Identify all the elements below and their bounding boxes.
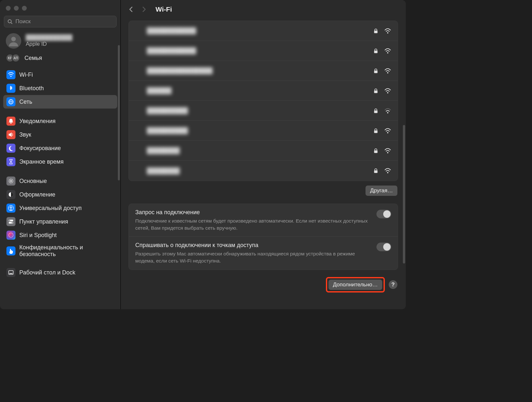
network-row[interactable]: ████████ — [129, 141, 398, 161]
network-row[interactable]: ████████████ — [129, 21, 398, 41]
sidebar-item-focus[interactable]: Фокусирование — [3, 141, 117, 155]
lock-icon — [373, 68, 378, 74]
account-row[interactable]: ████████████ Apple ID — [0, 31, 120, 52]
sidebar-item-label: Siri и Spotlight — [19, 232, 57, 239]
option-desc: Подключение к известным сетям будет прои… — [135, 217, 371, 231]
sidebar-item-desktop[interactable]: Рабочий стол и Dock — [3, 266, 117, 279]
family-label: Семья — [24, 55, 42, 62]
network-row[interactable]: ██████████ — [129, 121, 398, 141]
window-controls — [0, 3, 120, 14]
minimize-button[interactable] — [14, 6, 19, 11]
sidebar-item-privacy[interactable]: Конфиденциальность и безопасность — [3, 242, 117, 260]
speaker-icon — [6, 130, 15, 139]
option-ask-to-join: Запрос на подключение Подключение к изве… — [129, 204, 398, 237]
sidebar-item-label: Фокусирование — [19, 145, 61, 152]
close-button[interactable] — [6, 6, 11, 11]
bluetooth-icon — [6, 84, 15, 93]
moon-icon — [6, 144, 15, 153]
account-sub: Apple ID — [26, 41, 72, 47]
appearance-icon — [6, 190, 15, 199]
lock-icon — [373, 108, 378, 114]
network-name: ████████ — [147, 147, 373, 154]
account-name: ████████████ — [26, 34, 72, 41]
wifi-signal-icon — [384, 168, 391, 174]
content-scrollbar[interactable] — [403, 125, 405, 263]
sidebar-item-sound[interactable]: Звук — [3, 128, 117, 141]
options-panel: Запрос на подключение Подключение к изве… — [128, 204, 398, 270]
wifi-signal-icon — [384, 108, 391, 114]
network-row[interactable]: ████████████ — [129, 41, 398, 61]
option-title: Запрос на подключение — [135, 209, 371, 216]
lock-icon — [373, 128, 378, 134]
sidebar-item-network[interactable]: Сеть — [3, 95, 117, 109]
gear-icon — [6, 177, 15, 186]
network-row[interactable]: ██████████ — [129, 101, 398, 121]
other-network-button[interactable]: Другая… — [366, 186, 397, 196]
main-panel: Wi-Fi ████████████ ████████████ ████████… — [121, 0, 406, 309]
network-name: ██████ — [147, 87, 373, 94]
family-badge: АП — [12, 54, 20, 62]
sidebar-item-siri[interactable]: Siri и Spotlight — [3, 228, 117, 242]
content: ████████████ ████████████ ██████████████… — [121, 19, 406, 309]
sidebar-item-label: Сеть — [19, 99, 32, 105]
lock-icon — [373, 28, 378, 34]
family-badges: КР АП — [6, 54, 20, 62]
accessibility-icon — [6, 204, 15, 213]
sidebar-item-label: Bluetooth — [19, 85, 44, 92]
wifi-signal-icon — [384, 68, 391, 74]
toggle-ask-to-join[interactable] — [376, 210, 391, 218]
back-button[interactable] — [127, 5, 136, 14]
sidebar-scrollbar[interactable] — [118, 45, 120, 180]
network-name: ██████████ — [147, 127, 373, 134]
network-row[interactable]: ██████ — [129, 81, 398, 101]
sidebar-item-wifi[interactable]: Wi-Fi — [3, 68, 117, 81]
help-button[interactable]: ? — [389, 280, 397, 289]
wifi-signal-icon — [384, 28, 391, 34]
option-title: Спрашивать о подключении к точкам доступ… — [135, 242, 371, 249]
siri-icon — [6, 231, 15, 240]
network-name: ████████████ — [147, 27, 373, 34]
advanced-button[interactable]: Дополнительно… — [328, 280, 382, 290]
sidebar-item-label: Пункт управления — [19, 218, 68, 225]
lock-icon — [373, 88, 378, 94]
sidebar-item-appearance[interactable]: Оформление — [3, 188, 117, 201]
hourglass-icon — [6, 157, 15, 166]
sidebar-item-label: Рабочий стол и Dock — [19, 269, 75, 276]
network-row[interactable]: ████████████████ — [129, 61, 398, 81]
sidebar-item-bluetooth[interactable]: Bluetooth — [3, 81, 117, 95]
sidebar-item-notifications[interactable]: Уведомления — [3, 114, 117, 128]
page-title: Wi-Fi — [156, 5, 172, 13]
search-input[interactable]: Поиск — [4, 16, 117, 27]
option-desc: Разрешить этому Mac автоматически обнару… — [135, 250, 371, 264]
sidebar-nav: Wi-Fi Bluetooth Сеть Уведомления Звук Фо… — [0, 68, 120, 285]
zoom-button[interactable] — [22, 6, 27, 11]
chevron-left-icon — [128, 6, 134, 13]
sidebar-item-controlcenter[interactable]: Пункт управления — [3, 215, 117, 228]
networks-panel: ████████████ ████████████ ██████████████… — [128, 21, 398, 181]
avatar — [6, 33, 21, 49]
sidebar-item-label: Wi-Fi — [19, 72, 33, 78]
network-row[interactable]: ████████ — [129, 161, 398, 181]
network-name: ████████ — [147, 168, 373, 174]
wifi-signal-icon — [384, 88, 391, 94]
sidebar-item-accessibility[interactable]: Универсальный доступ — [3, 201, 117, 215]
sidebar: Поиск ████████████ Apple ID КР АП Семья … — [0, 0, 121, 309]
person-icon — [8, 35, 19, 46]
lock-icon — [373, 168, 378, 174]
search-icon — [7, 19, 13, 24]
sidebar-item-label: Основные — [19, 178, 47, 185]
sidebar-item-screentime[interactable]: Экранное время — [3, 155, 117, 168]
family-row[interactable]: КР АП Семья — [0, 52, 120, 68]
sidebar-item-general[interactable]: Основные — [3, 174, 117, 188]
switches-icon — [6, 217, 15, 226]
advanced-highlight: Дополнительно… — [326, 277, 385, 292]
lock-icon — [373, 48, 378, 54]
bell-icon — [6, 117, 15, 126]
header: Wi-Fi — [121, 0, 406, 19]
lock-icon — [373, 148, 378, 154]
forward-button[interactable] — [139, 5, 148, 14]
sidebar-item-label: Звук — [19, 131, 31, 138]
sidebar-item-label: Уведомления — [19, 118, 56, 125]
toggle-hotspot[interactable] — [376, 243, 391, 251]
sidebar-item-label: Универсальный доступ — [19, 205, 82, 212]
